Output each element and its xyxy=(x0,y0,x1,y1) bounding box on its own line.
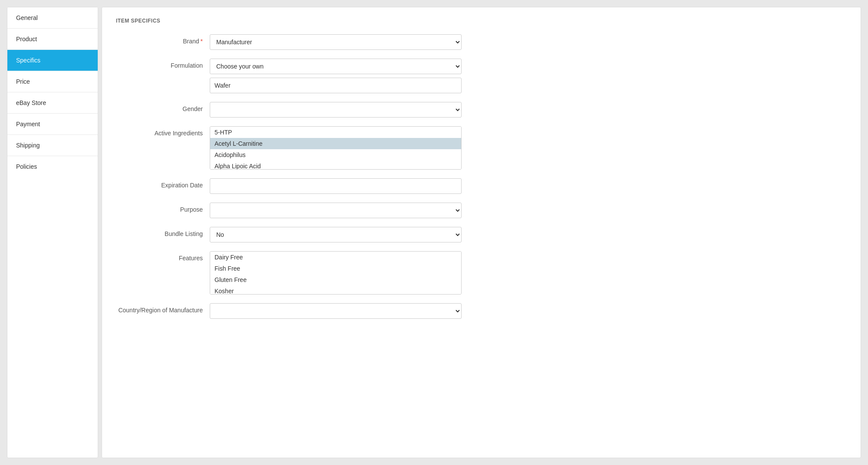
sidebar-item-payment[interactable]: Payment xyxy=(7,114,98,135)
purpose-select[interactable]: General Health Weight Loss Muscle Buildi… xyxy=(210,203,462,218)
feature-gluten-free[interactable]: Gluten Free xyxy=(210,274,461,285)
sidebar-item-price[interactable]: Price xyxy=(7,71,98,92)
formulation-select[interactable]: Choose your own Capsule Tablet Liquid Po… xyxy=(210,59,462,74)
purpose-row: Purpose General Health Weight Loss Muscl… xyxy=(116,203,847,218)
country-select[interactable]: United States China Germany Japan Canada… xyxy=(210,303,462,319)
ingredient-item-acetyl[interactable]: Acetyl L-Carnitine xyxy=(210,138,461,149)
sidebar: General Product Specifics Price eBay Sto… xyxy=(7,7,98,458)
sidebar-item-ebay-store[interactable]: eBay Store xyxy=(7,92,98,114)
feature-kosher[interactable]: Kosher xyxy=(210,285,461,295)
main-content: ITEM SPECIFICS Brand* Manufacturer Other… xyxy=(102,7,861,458)
active-ingredients-row: Active Ingredients 5-HTP Acetyl L-Carnit… xyxy=(116,126,847,170)
features-label: Features xyxy=(116,251,203,262)
bundle-listing-select[interactable]: No Yes xyxy=(210,227,462,242)
sidebar-item-specifics[interactable]: Specifics xyxy=(7,50,98,71)
country-control-wrap: United States China Germany Japan Canada… xyxy=(210,303,462,319)
expiration-date-label: Expiration Date xyxy=(116,178,203,189)
expiration-date-control-wrap xyxy=(210,178,462,194)
brand-row: Brand* Manufacturer Other xyxy=(116,34,847,50)
purpose-label: Purpose xyxy=(116,203,203,213)
gender-select[interactable]: Men Women Unisex Boys Girls xyxy=(210,102,462,118)
bundle-listing-row: Bundle Listing No Yes xyxy=(116,227,847,242)
brand-required-indicator: * xyxy=(201,38,203,45)
features-listbox[interactable]: Dairy Free Fish Free Gluten Free Kosher xyxy=(210,251,462,295)
expiration-date-row: Expiration Date xyxy=(116,178,847,194)
ingredient-item-5htp[interactable]: 5-HTP xyxy=(210,127,461,138)
ingredient-item-alpha[interactable]: Alpha Lipoic Acid xyxy=(210,160,461,170)
country-row: Country/Region of Manufacture United Sta… xyxy=(116,303,847,319)
gender-label: Gender xyxy=(116,102,203,112)
features-row: Features Dairy Free Fish Free Gluten Fre… xyxy=(116,251,847,295)
gender-row: Gender Men Women Unisex Boys Girls xyxy=(116,102,847,118)
active-ingredients-listbox[interactable]: 5-HTP Acetyl L-Carnitine Acidophilus Alp… xyxy=(210,126,462,170)
formulation-label: Formulation xyxy=(116,59,203,69)
brand-select[interactable]: Manufacturer Other xyxy=(210,34,462,50)
gender-control-wrap: Men Women Unisex Boys Girls xyxy=(210,102,462,118)
active-ingredients-control-wrap: 5-HTP Acetyl L-Carnitine Acidophilus Alp… xyxy=(210,126,462,170)
sidebar-item-shipping[interactable]: Shipping xyxy=(7,135,98,156)
features-control-wrap: Dairy Free Fish Free Gluten Free Kosher xyxy=(210,251,462,295)
form-grid: Brand* Manufacturer Other Formulation Ch… xyxy=(116,34,847,319)
country-label: Country/Region of Manufacture xyxy=(116,303,203,314)
section-title: ITEM SPECIFICS xyxy=(116,18,847,24)
ingredient-item-acidophilus[interactable]: Acidophilus xyxy=(210,149,461,160)
feature-fish-free[interactable]: Fish Free xyxy=(210,263,461,274)
active-ingredients-label: Active Ingredients xyxy=(116,126,203,137)
expiration-date-input[interactable] xyxy=(210,178,462,194)
feature-dairy-free[interactable]: Dairy Free xyxy=(210,252,461,263)
sidebar-item-product[interactable]: Product xyxy=(7,29,98,50)
formulation-custom-input[interactable] xyxy=(210,78,462,93)
brand-label: Brand* xyxy=(116,34,203,45)
formulation-control-wrap: Choose your own Capsule Tablet Liquid Po… xyxy=(210,59,462,93)
sidebar-item-policies[interactable]: Policies xyxy=(7,156,98,177)
sidebar-item-general[interactable]: General xyxy=(7,7,98,29)
purpose-control-wrap: General Health Weight Loss Muscle Buildi… xyxy=(210,203,462,218)
formulation-row: Formulation Choose your own Capsule Tabl… xyxy=(116,59,847,93)
bundle-listing-control-wrap: No Yes xyxy=(210,227,462,242)
bundle-listing-label: Bundle Listing xyxy=(116,227,203,237)
brand-control-wrap: Manufacturer Other xyxy=(210,34,462,50)
